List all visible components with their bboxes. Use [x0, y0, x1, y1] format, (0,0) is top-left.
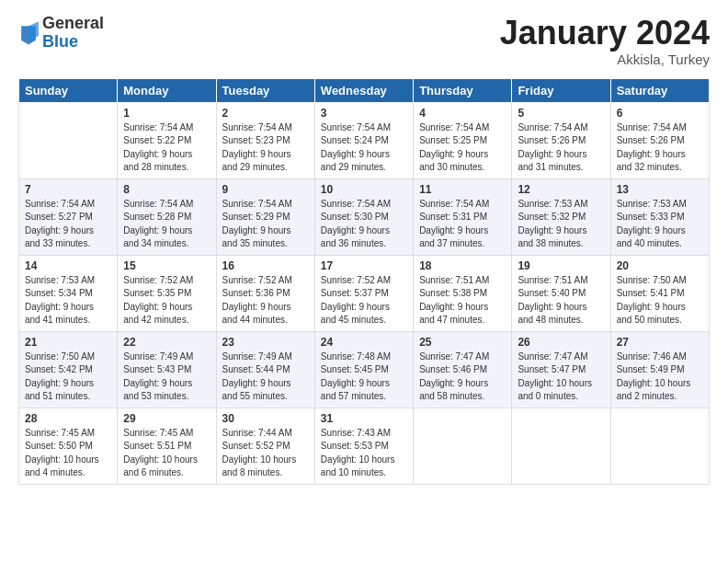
day-info: Sunrise: 7:54 AM Sunset: 5:24 PM Dayligh… — [321, 121, 407, 175]
day-info: Sunrise: 7:52 AM Sunset: 5:35 PM Dayligh… — [123, 274, 210, 327]
calendar-cell: 8Sunrise: 7:54 AM Sunset: 5:28 PM Daylig… — [118, 178, 216, 255]
header-cell-saturday: Saturday — [610, 78, 709, 102]
day-info: Sunrise: 7:47 AM Sunset: 5:46 PM Dayligh… — [419, 350, 506, 404]
day-number: 24 — [321, 336, 407, 349]
header-cell-friday: Friday — [512, 78, 610, 102]
calendar-cell: 17Sunrise: 7:52 AM Sunset: 5:37 PM Dayli… — [314, 255, 413, 331]
week-row-4: 21Sunrise: 7:50 AM Sunset: 5:42 PM Dayli… — [19, 331, 710, 408]
calendar-cell: 20Sunrise: 7:50 AM Sunset: 5:41 PM Dayli… — [610, 255, 709, 331]
day-info: Sunrise: 7:53 AM Sunset: 5:34 PM Dayligh… — [25, 274, 111, 327]
day-info: Sunrise: 7:54 AM Sunset: 5:30 PM Dayligh… — [321, 198, 407, 251]
calendar-cell: 30Sunrise: 7:44 AM Sunset: 5:52 PM Dayli… — [216, 408, 314, 484]
header-cell-thursday: Thursday — [414, 78, 512, 102]
calendar-cell — [414, 408, 512, 484]
day-info: Sunrise: 7:44 AM Sunset: 5:52 PM Dayligh… — [222, 427, 309, 480]
calendar-cell: 2Sunrise: 7:54 AM Sunset: 5:23 PM Daylig… — [216, 102, 314, 178]
day-info: Sunrise: 7:54 AM Sunset: 5:22 PM Dayligh… — [123, 121, 210, 175]
day-number: 4 — [419, 107, 506, 120]
day-number: 12 — [518, 183, 604, 196]
calendar-cell: 29Sunrise: 7:45 AM Sunset: 5:51 PM Dayli… — [118, 408, 216, 484]
week-row-2: 7Sunrise: 7:54 AM Sunset: 5:27 PM Daylig… — [19, 178, 710, 255]
day-info: Sunrise: 7:50 AM Sunset: 5:41 PM Dayligh… — [617, 274, 703, 327]
calendar-header: SundayMondayTuesdayWednesdayThursdayFrid… — [19, 78, 710, 102]
day-number: 17 — [321, 259, 407, 272]
day-number: 7 — [25, 183, 111, 196]
day-info: Sunrise: 7:52 AM Sunset: 5:37 PM Dayligh… — [321, 274, 407, 327]
header-cell-tuesday: Tuesday — [216, 78, 314, 102]
day-info: Sunrise: 7:54 AM Sunset: 5:31 PM Dayligh… — [419, 198, 506, 251]
day-info: Sunrise: 7:45 AM Sunset: 5:50 PM Dayligh… — [25, 427, 111, 480]
calendar-cell: 3Sunrise: 7:54 AM Sunset: 5:24 PM Daylig… — [314, 102, 413, 178]
day-number: 11 — [419, 183, 506, 196]
day-number: 9 — [222, 183, 309, 196]
calendar-cell — [512, 408, 610, 484]
header-row: SundayMondayTuesdayWednesdayThursdayFrid… — [19, 78, 710, 102]
calendar-cell: 1Sunrise: 7:54 AM Sunset: 5:22 PM Daylig… — [118, 102, 216, 178]
calendar-cell: 19Sunrise: 7:51 AM Sunset: 5:40 PM Dayli… — [512, 255, 610, 331]
page: General Blue January 2024 Akkisla, Turke… — [0, 0, 728, 494]
logo-blue-text: Blue — [42, 33, 104, 52]
day-number: 3 — [321, 107, 407, 120]
day-number: 1 — [123, 107, 210, 120]
header-cell-wednesday: Wednesday — [314, 78, 413, 102]
calendar-cell: 31Sunrise: 7:43 AM Sunset: 5:53 PM Dayli… — [314, 408, 413, 484]
calendar-cell: 11Sunrise: 7:54 AM Sunset: 5:31 PM Dayli… — [414, 178, 512, 255]
day-info: Sunrise: 7:52 AM Sunset: 5:36 PM Dayligh… — [222, 274, 309, 327]
day-number: 31 — [321, 412, 407, 425]
day-number: 13 — [617, 183, 703, 196]
calendar-cell — [610, 408, 709, 484]
week-row-3: 14Sunrise: 7:53 AM Sunset: 5:34 PM Dayli… — [19, 255, 710, 331]
calendar-cell: 22Sunrise: 7:49 AM Sunset: 5:43 PM Dayli… — [118, 331, 216, 408]
logo-icon — [18, 20, 39, 46]
logo-general-text: General — [42, 15, 104, 33]
month-title: January 2024 — [500, 15, 710, 52]
day-info: Sunrise: 7:48 AM Sunset: 5:45 PM Dayligh… — [321, 350, 407, 404]
day-info: Sunrise: 7:51 AM Sunset: 5:40 PM Dayligh… — [518, 274, 604, 327]
day-info: Sunrise: 7:53 AM Sunset: 5:33 PM Dayligh… — [617, 198, 703, 251]
day-info: Sunrise: 7:53 AM Sunset: 5:32 PM Dayligh… — [518, 198, 604, 251]
calendar-cell: 4Sunrise: 7:54 AM Sunset: 5:25 PM Daylig… — [414, 102, 512, 178]
calendar-cell: 28Sunrise: 7:45 AM Sunset: 5:50 PM Dayli… — [19, 408, 118, 484]
calendar-cell: 18Sunrise: 7:51 AM Sunset: 5:38 PM Dayli… — [414, 255, 512, 331]
calendar-cell — [19, 102, 118, 178]
calendar-cell: 7Sunrise: 7:54 AM Sunset: 5:27 PM Daylig… — [19, 178, 118, 255]
calendar-cell: 23Sunrise: 7:49 AM Sunset: 5:44 PM Dayli… — [216, 331, 314, 408]
day-number: 10 — [321, 183, 407, 196]
calendar-cell: 10Sunrise: 7:54 AM Sunset: 5:30 PM Dayli… — [314, 178, 413, 255]
day-info: Sunrise: 7:50 AM Sunset: 5:42 PM Dayligh… — [25, 350, 111, 404]
header-cell-monday: Monday — [118, 78, 216, 102]
day-number: 18 — [419, 259, 506, 272]
calendar-cell: 9Sunrise: 7:54 AM Sunset: 5:29 PM Daylig… — [216, 178, 314, 255]
header: General Blue January 2024 Akkisla, Turke… — [18, 15, 710, 67]
week-row-5: 28Sunrise: 7:45 AM Sunset: 5:50 PM Dayli… — [19, 408, 710, 484]
title-block: January 2024 Akkisla, Turkey — [500, 15, 710, 67]
day-info: Sunrise: 7:54 AM Sunset: 5:26 PM Dayligh… — [518, 121, 604, 175]
day-number: 5 — [518, 107, 604, 120]
day-info: Sunrise: 7:49 AM Sunset: 5:44 PM Dayligh… — [222, 350, 309, 404]
calendar-cell: 26Sunrise: 7:47 AM Sunset: 5:47 PM Dayli… — [512, 331, 610, 408]
calendar-cell: 21Sunrise: 7:50 AM Sunset: 5:42 PM Dayli… — [19, 331, 118, 408]
day-info: Sunrise: 7:54 AM Sunset: 5:26 PM Dayligh… — [617, 121, 703, 175]
day-number: 29 — [123, 412, 210, 425]
calendar-cell: 25Sunrise: 7:47 AM Sunset: 5:46 PM Dayli… — [414, 331, 512, 408]
calendar-cell: 15Sunrise: 7:52 AM Sunset: 5:35 PM Dayli… — [118, 255, 216, 331]
day-info: Sunrise: 7:51 AM Sunset: 5:38 PM Dayligh… — [419, 274, 506, 327]
day-number: 28 — [25, 412, 111, 425]
day-number: 27 — [617, 336, 703, 349]
day-number: 14 — [25, 259, 111, 272]
day-number: 23 — [222, 336, 309, 349]
day-number: 16 — [222, 259, 309, 272]
day-number: 20 — [617, 259, 703, 272]
day-number: 26 — [518, 336, 604, 349]
calendar-cell: 6Sunrise: 7:54 AM Sunset: 5:26 PM Daylig… — [610, 102, 709, 178]
day-info: Sunrise: 7:54 AM Sunset: 5:25 PM Dayligh… — [419, 121, 506, 175]
day-info: Sunrise: 7:54 AM Sunset: 5:23 PM Dayligh… — [222, 121, 309, 175]
day-number: 6 — [617, 107, 703, 120]
day-info: Sunrise: 7:54 AM Sunset: 5:28 PM Dayligh… — [123, 198, 210, 251]
calendar-table: SundayMondayTuesdayWednesdayThursdayFrid… — [18, 78, 710, 485]
day-number: 22 — [123, 336, 210, 349]
day-number: 19 — [518, 259, 604, 272]
day-number: 15 — [123, 259, 210, 272]
calendar-cell: 14Sunrise: 7:53 AM Sunset: 5:34 PM Dayli… — [19, 255, 118, 331]
svg-marker-1 — [28, 21, 39, 40]
